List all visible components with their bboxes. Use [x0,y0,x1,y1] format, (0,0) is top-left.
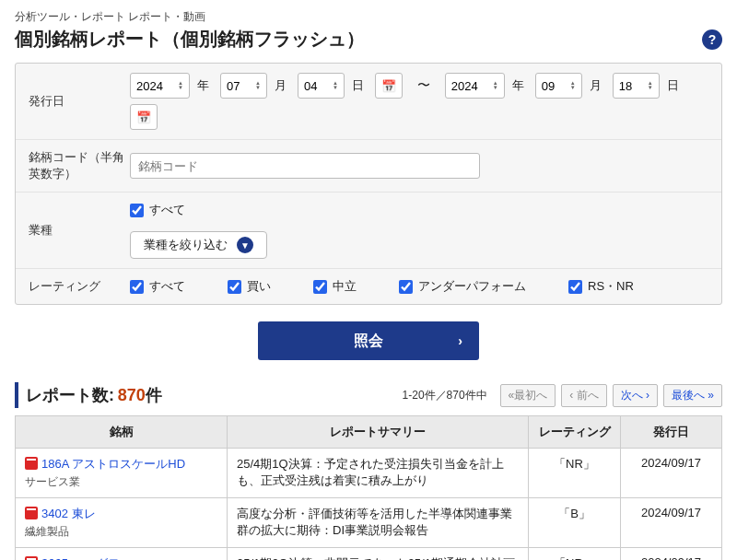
results-table: 銘柄 レポートサマリー レーティング 発行日 186A アストロスケールHDサー… [15,415,722,560]
from-month-select[interactable]: 07▲▼ [220,73,267,99]
stock-sector: サービス業 [25,474,217,490]
unit-year: 年 [197,77,209,94]
th-date: 発行日 [621,416,722,449]
label-sector: 業種 [29,222,130,239]
from-year-select[interactable]: 2024▲▼ [130,73,190,99]
pdf-icon [25,507,38,519]
pdf-icon [25,457,38,470]
table-row: 3402 東レ繊維製品高度な分析・評価技術等を活用した半導体関連事業群の拡大に期… [16,498,722,548]
calendar-icon: 📅 [381,79,396,93]
th-summary: レポートサマリー [228,416,529,449]
pager-next-button[interactable]: 次へ › [613,384,658,407]
pdf-icon [25,556,38,560]
search-button[interactable]: 照会› [258,321,479,360]
to-year-select[interactable]: 2024▲▼ [445,73,505,99]
rating-rsnr-checkbox[interactable]: RS・NR [568,278,634,295]
chevron-right-icon: › [458,333,462,348]
label-rating: レーティング [29,278,130,295]
pager-first-button[interactable]: «最初へ [500,384,556,407]
date-range-tilde: 〜 [417,77,430,94]
from-day-select[interactable]: 04▲▼ [298,73,345,99]
page-title: 個別銘柄レポート（個別銘柄フラッシュ） [15,27,365,52]
label-issue-date: 発行日 [29,93,130,110]
sector-all-checkbox[interactable]: すべて [130,202,185,218]
breadcrumb: 分析ツール・レポート レポート・動画 [15,9,722,25]
to-calendar-button[interactable]: 📅 [130,104,158,130]
stock-code-input[interactable] [130,153,480,179]
rating-neutral-checkbox[interactable]: 中立 [313,278,357,295]
table-row: 3665 エニグモ情報・通信業25/1期2Q決算：非開示であった25/1期通期会… [16,548,722,561]
stock-link[interactable]: 3665 エニグモ [41,556,120,560]
chevron-down-icon: ▼ [237,237,253,253]
cell-rating: 「NR」 [529,548,621,561]
pager: 1-20件／870件中 «最初へ ‹ 前へ 次へ › 最後へ » [403,384,722,407]
rating-underperform-checkbox[interactable]: アンダーパフォーム [399,278,526,295]
report-count-value: 870 [118,386,146,404]
to-day-select[interactable]: 18▲▼ [613,73,660,99]
pager-range: 1-20件／870件中 [403,388,487,403]
cell-summary: 高度な分析・評価技術等を活用した半導体関連事業群の拡大に期待：DI事業説明会報告 [228,498,529,548]
stock-link[interactable]: 186A アストロスケールHD [41,457,185,471]
from-calendar-button[interactable]: 📅 [375,73,403,99]
help-icon[interactable]: ? [702,29,722,50]
th-rating: レーティング [529,416,621,449]
rating-buy-checkbox[interactable]: 買い [228,278,271,295]
stock-sector: 繊維製品 [25,524,217,540]
cell-rating: 「NR」 [529,449,621,498]
label-stock-code: 銘柄コード（半角英数字） [29,149,130,182]
narrow-sector-button[interactable]: 業種を絞り込む▼ [130,231,267,259]
calendar-icon: 📅 [136,111,151,124]
to-month-select[interactable]: 09▲▼ [535,73,582,99]
th-stock: 銘柄 [16,416,228,449]
cell-summary: 25/4期1Q決算：予定された受注損失引当金を計上も、正式受注残は着実に積み上が… [228,449,529,498]
cell-rating: 「B」 [529,498,621,548]
unit-month: 月 [275,77,287,94]
cell-date: 2024/09/17 [621,548,722,561]
pager-last-button[interactable]: 最後へ » [663,384,722,407]
report-count-label: レポート数: [26,386,114,404]
stock-link[interactable]: 3402 東レ [41,507,96,520]
rating-all-checkbox[interactable]: すべて [130,278,185,295]
pager-prev-button[interactable]: ‹ 前へ [561,384,606,407]
cell-summary: 25/1期2Q決算：非開示であった25/1期通期会社計画を公表 [228,548,529,561]
cell-date: 2024/09/17 [621,449,722,498]
filter-panel: 発行日 2024▲▼ 年 07▲▼ 月 04▲▼ 日 📅 〜 2024▲▼ 年 … [15,63,722,305]
cell-date: 2024/09/17 [621,498,722,548]
unit-day: 日 [352,77,364,94]
table-row: 186A アストロスケールHDサービス業25/4期1Q決算：予定された受注損失引… [16,449,722,498]
